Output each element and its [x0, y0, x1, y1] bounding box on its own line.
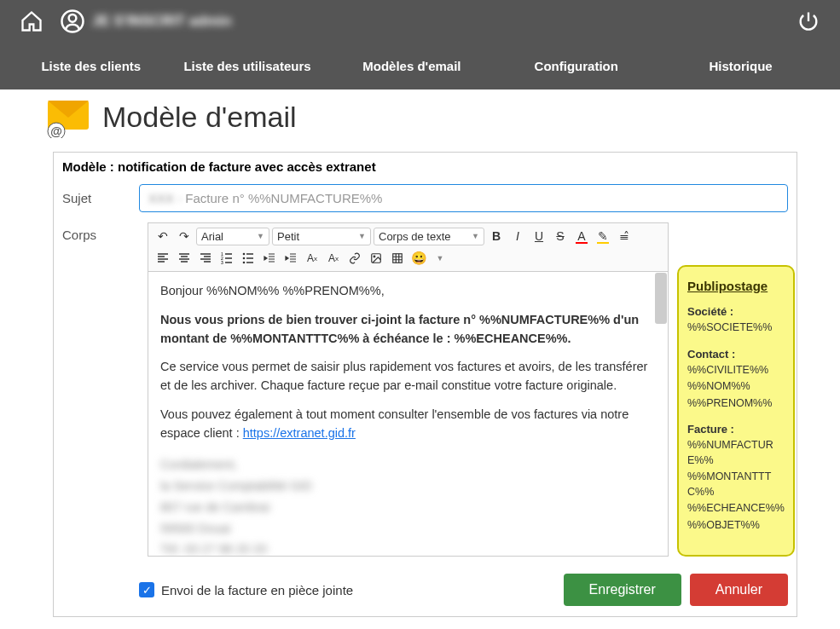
form-card: Modèle : notification de facture avec ac… [53, 152, 797, 617]
save-button[interactable]: Enregistrer [564, 574, 681, 606]
unordered-list-icon[interactable] [239, 249, 258, 268]
nav-config[interactable]: Configuration [494, 47, 658, 85]
underline-icon[interactable]: U [530, 227, 548, 245]
outdent-icon[interactable] [260, 249, 279, 268]
indent-icon[interactable] [281, 249, 300, 268]
subject-value: Facture n° %%NUMFACTURE%% [185, 191, 382, 205]
page-title: Modèle d'email [102, 101, 297, 134]
highlight-color-icon[interactable]: ✎ [594, 227, 612, 245]
scrollbar-handle[interactable] [655, 273, 667, 324]
line-height-icon[interactable]: ≡̂ [615, 227, 634, 245]
table-icon[interactable] [388, 249, 407, 268]
subject-input[interactable]: XXX - Facture n° %%NUMFACTURE%% [139, 184, 788, 212]
font-color-icon[interactable]: A [572, 227, 591, 245]
publi-var-objet[interactable]: %%OBJET%% [687, 518, 785, 534]
page-header: @ Modèle d'email [0, 89, 840, 140]
attachment-checkbox-wrap[interactable]: ✓ Envoi de la facture en pièce jointe [139, 582, 555, 597]
redo-icon[interactable]: ↷ [175, 227, 194, 245]
user-name-label: JE S'INSCRIT admin [92, 13, 232, 30]
subscript-icon[interactable]: Ax [324, 249, 343, 268]
body-greeting: Bonjour %%NOM%% %%PRENOM%%, [160, 282, 656, 301]
emoji-dropdown-icon[interactable]: ▼ [431, 249, 449, 268]
italic-icon[interactable]: I [508, 227, 527, 245]
body-label: Corps [62, 222, 139, 242]
nav-users[interactable]: Liste des utilisateurs [165, 47, 330, 85]
bold-icon[interactable]: B [487, 227, 506, 245]
model-heading: Modèle : notification de facture avec ac… [54, 153, 797, 179]
cancel-button[interactable]: Annuler [690, 574, 788, 606]
publi-section-facture: Facture : [687, 423, 785, 436]
nav-history[interactable]: Historique [658, 47, 823, 85]
top-bar: JE S'INSCRIT admin Liste des clients Lis… [0, 0, 840, 89]
publi-var-prenom[interactable]: %%PRENOM%% [687, 396, 785, 412]
image-icon[interactable] [367, 249, 385, 268]
email-template-icon: @ [43, 95, 94, 138]
block-format-select[interactable]: Corps de texte▼ [374, 228, 484, 245]
attachment-label: Envoi de la facture en pièce jointe [161, 583, 353, 597]
body-portal-line: Vous pouvez également à tout moment cons… [160, 406, 656, 443]
align-left-icon[interactable] [154, 249, 172, 268]
publi-var-numfacture[interactable]: %%NUMFACTURE%% [687, 438, 785, 468]
power-icon[interactable] [794, 7, 823, 36]
svg-text:3: 3 [221, 260, 223, 264]
signature-block: Cordialement, la Service Comptabilité GI… [160, 456, 656, 557]
publi-var-societe[interactable]: %%SOCIETE%% [687, 320, 785, 336]
publi-var-nom[interactable]: %%NOM%% [687, 379, 785, 395]
svg-point-9 [243, 257, 246, 260]
publi-var-echeance[interactable]: %%ECHEANCE%% [687, 501, 785, 516]
attachment-checkbox[interactable]: ✓ [139, 582, 154, 597]
strikethrough-icon[interactable]: S [551, 227, 570, 245]
superscript-icon[interactable]: Ax [303, 249, 322, 268]
publi-var-montantttc[interactable]: %%MONTANTTTC%% [687, 470, 785, 499]
nav-templates[interactable]: Modèles d'email [329, 47, 494, 85]
subject-label: Sujet [62, 191, 139, 205]
body-service-line: Ce service vous permet de saisir plus ra… [160, 358, 656, 395]
extranet-link[interactable]: https://extranet.gid.fr [243, 426, 356, 440]
svg-point-10 [243, 262, 246, 264]
publi-section-societe: Société : [687, 305, 785, 318]
editor-toolbar: ↶ ↷ Arial▼ Petit▼ Corps de texte▼ B I U … [148, 222, 669, 271]
undo-icon[interactable]: ↶ [154, 227, 172, 245]
svg-text:@: @ [50, 124, 62, 138]
publipostage-panel: Publipostage Société : %%SOCIETE%% Conta… [677, 265, 795, 557]
link-icon[interactable] [345, 249, 364, 268]
publipostage-title: Publipostage [687, 279, 785, 293]
svg-point-12 [374, 256, 375, 257]
ordered-list-icon[interactable]: 123 [217, 249, 236, 268]
svg-rect-13 [393, 254, 403, 263]
font-family-select[interactable]: Arial▼ [196, 228, 269, 245]
align-center-icon[interactable] [175, 249, 194, 268]
font-size-select[interactable]: Petit▼ [272, 228, 371, 245]
home-icon[interactable] [17, 7, 46, 36]
publi-var-civilite[interactable]: %%CIVILITE%% [687, 363, 785, 378]
nav-clients[interactable]: Liste des clients [17, 47, 165, 85]
editor-body[interactable]: Bonjour %%NOM%% %%PRENOM%%, Nous vous pr… [148, 271, 669, 557]
user-icon[interactable] [58, 7, 87, 36]
svg-point-1 [69, 14, 77, 22]
align-right-icon[interactable] [196, 249, 215, 268]
svg-point-8 [243, 253, 246, 256]
emoji-icon[interactable]: 😀 [409, 249, 428, 268]
publi-section-contact: Contact : [687, 348, 785, 361]
body-invoice-line: Nous vous prions de bien trouver ci-join… [160, 311, 656, 349]
